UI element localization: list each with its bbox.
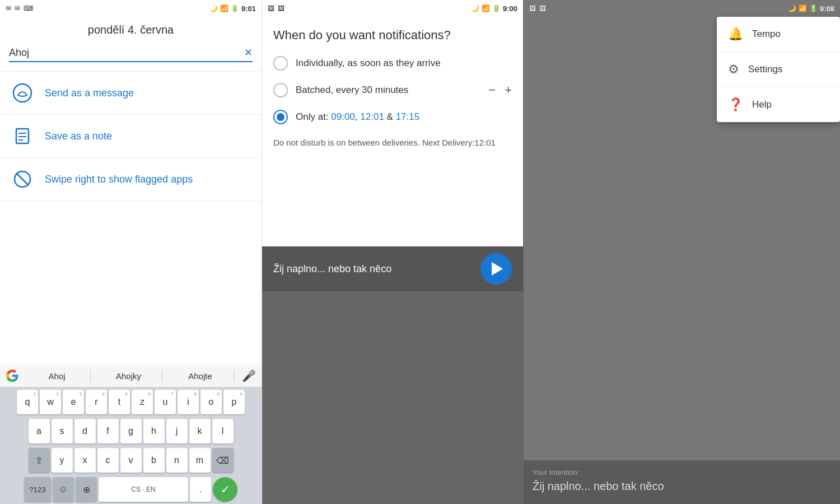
decrease-button[interactable]: − <box>488 83 496 97</box>
dnd-text: Do not disturb is on between deliveries.… <box>273 138 496 147</box>
option-individually[interactable]: Individually, as soon as they arrive <box>273 56 512 71</box>
date-header: pondělí 4. června <box>0 17 262 41</box>
status-time-1: 9:01 <box>241 4 256 13</box>
key-z[interactable]: 6z <box>132 390 153 414</box>
panel2-bottom-area <box>262 291 523 504</box>
panel-3: 🖼 🖼 🌙 📶 🔋 9:08 🔔 Tempo ⚙ Settings ❓ Help… <box>523 0 840 504</box>
google-logo <box>6 369 19 382</box>
keyboard-row-1: 1q 2w 3e 4r 5t 6z 7u 8i 9o 0p <box>0 388 262 417</box>
intention-label: Your Intention: <box>533 468 831 477</box>
keyboard-suggestions: Ahoj Ahojky Ahojte 🎤 <box>0 365 262 388</box>
key-s[interactable]: s <box>52 419 73 444</box>
save-note-label: Save as a note <box>45 130 112 142</box>
key-numbers[interactable]: ?123 <box>24 477 51 502</box>
radio-batched[interactable] <box>273 83 288 97</box>
moon-icon-2: 🌙 <box>471 4 479 12</box>
keyboard: Ahoj Ahojky Ahojte 🎤 1q 2w 3e 4r 5t 6z 7… <box>0 365 262 504</box>
dropdown-menu: 🔔 Tempo ⚙ Settings ❓ Help <box>717 17 840 122</box>
menu-help-label: Help <box>752 99 772 110</box>
key-b[interactable]: b <box>143 448 165 473</box>
notification-title: When do you want notifications? <box>273 28 512 43</box>
key-f[interactable]: f <box>97 419 119 444</box>
image-icon-3: 🖼 <box>529 4 536 12</box>
key-u[interactable]: 7u <box>155 390 176 414</box>
status-bar-3: 🖼 🖼 🌙 📶 🔋 9:08 <box>524 0 840 17</box>
key-o[interactable]: 9o <box>200 390 222 414</box>
wifi-icon-2: 📶 <box>482 4 490 12</box>
svg-line-6 <box>16 173 29 185</box>
save-note-icon <box>11 125 34 147</box>
audio-bar: Žij naplno... nebo tak něco <box>262 246 523 291</box>
envelope2-icon: ✉ <box>15 4 20 12</box>
settings-icon: ⚙ <box>728 62 739 77</box>
panel-2: 🖼 🖼 🌙 📶 🔋 9:00 When do you want notifica… <box>262 0 523 504</box>
dnd-info: Do not disturb is on between deliveries.… <box>273 137 512 150</box>
key-globe[interactable]: ⊕ <box>76 477 97 502</box>
option-only-at-label: Only at: 09:00, 12:01 & 17:15 <box>296 111 512 123</box>
key-i[interactable]: 8i <box>178 390 199 414</box>
option-batched[interactable]: Batched, every 30 minutes − + <box>273 83 512 97</box>
key-c[interactable]: c <box>97 448 119 473</box>
key-a[interactable]: a <box>29 419 50 444</box>
key-backspace[interactable]: ⌫ <box>212 448 234 473</box>
key-t[interactable]: 5t <box>109 390 130 414</box>
send-message-item[interactable]: Send as a message <box>0 71 262 115</box>
option-only-at[interactable]: Only at: 09:00, 12:01 & 17:15 <box>273 110 512 124</box>
status-time-3: 9:08 <box>820 4 834 13</box>
radio-individually[interactable] <box>273 56 288 71</box>
menu-tempo[interactable]: 🔔 Tempo <box>717 17 840 52</box>
key-h[interactable]: h <box>143 419 165 444</box>
key-enter[interactable]: ✓ <box>213 477 237 502</box>
key-g[interactable]: g <box>120 419 142 444</box>
status-bar-1: ✉ ✉ ⌨ 🌙 📶 🔋 9:01 <box>0 0 262 17</box>
status-time-2: 9:00 <box>503 4 517 13</box>
key-emoji[interactable]: ☺ <box>53 477 74 502</box>
menu-settings[interactable]: ⚙ Settings <box>717 52 840 87</box>
flagged-apps-label: Swipe right to show flagged apps <box>45 174 193 185</box>
wifi-icon-3: 📶 <box>799 4 807 12</box>
time-1: 09:00 <box>331 111 355 122</box>
search-input[interactable] <box>9 47 244 59</box>
radio-only-at[interactable] <box>273 110 288 124</box>
status-icons-left: ✉ ✉ ⌨ <box>6 4 33 12</box>
image2-icon-2: 🖼 <box>278 4 284 12</box>
suggestion-2[interactable]: Ahojky <box>95 370 162 382</box>
keyboard-row-2: a s d f g h j k l <box>0 417 262 446</box>
suggestion-1[interactable]: Ahoj <box>24 370 91 382</box>
panel-1: ✉ ✉ ⌨ 🌙 📶 🔋 9:01 pondělí 4. června ✕ Sen… <box>0 0 262 504</box>
image2-icon-3: 🖼 <box>539 4 546 12</box>
key-x[interactable]: x <box>74 448 96 473</box>
key-w[interactable]: 2w <box>40 390 61 414</box>
menu-tempo-label: Tempo <box>752 29 781 40</box>
key-y[interactable]: y <box>52 448 73 473</box>
key-j[interactable]: j <box>166 419 188 444</box>
key-n[interactable]: n <box>166 448 188 473</box>
key-k[interactable]: k <box>189 419 211 444</box>
key-m[interactable]: m <box>189 448 211 473</box>
flagged-apps-item[interactable]: Swipe right to show flagged apps <box>0 158 262 201</box>
clear-search-button[interactable]: ✕ <box>244 46 253 59</box>
time-2: 12:01 <box>360 111 384 122</box>
key-v[interactable]: v <box>120 448 142 473</box>
key-space[interactable]: CS · EN <box>99 477 188 502</box>
option-batched-label: Batched, every 30 minutes <box>296 85 480 96</box>
menu-settings-label: Settings <box>748 64 782 75</box>
key-r[interactable]: 4r <box>86 390 107 414</box>
intention-text: Žij naplno... nebo tak něco <box>533 480 831 493</box>
key-q[interactable]: 1q <box>17 390 38 414</box>
key-period[interactable]: . <box>190 477 211 502</box>
key-d[interactable]: d <box>74 419 96 444</box>
intention-box: Your Intention: Žij naplno... nebo tak n… <box>524 460 840 504</box>
key-p[interactable]: 0p <box>223 390 245 414</box>
option-individually-label: Individually, as soon as they arrive <box>296 58 512 69</box>
suggestion-3[interactable]: Ahojte <box>167 370 234 382</box>
mic-icon[interactable]: 🎤 <box>242 369 256 382</box>
moon-icon-3: 🌙 <box>788 4 796 12</box>
key-l[interactable]: l <box>212 419 234 444</box>
key-shift[interactable]: ⇧ <box>29 448 50 473</box>
menu-help[interactable]: ❓ Help <box>717 87 840 122</box>
play-button[interactable] <box>480 253 512 284</box>
save-note-item[interactable]: Save as a note <box>0 115 262 158</box>
key-e[interactable]: 3e <box>63 390 84 414</box>
increase-button[interactable]: + <box>505 83 512 97</box>
